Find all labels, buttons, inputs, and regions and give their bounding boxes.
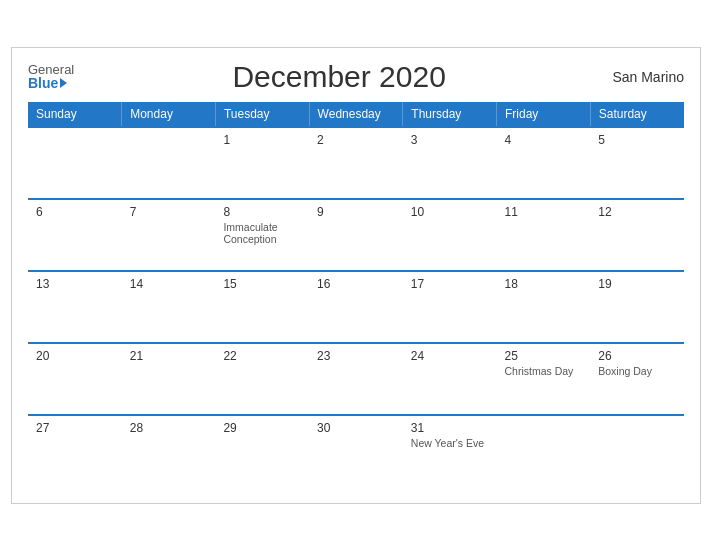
calendar-cell: [590, 415, 684, 487]
calendar-cell: 3: [403, 127, 497, 199]
country-label: San Marino: [604, 69, 684, 85]
calendar-title: December 2020: [74, 60, 604, 94]
calendar-cell: 29: [215, 415, 309, 487]
day-number: 15: [223, 277, 301, 291]
day-number: 20: [36, 349, 114, 363]
calendar-cell: 28: [122, 415, 216, 487]
event-label: Immaculate Conception: [223, 221, 301, 245]
calendar-cell: 9: [309, 199, 403, 271]
logo: General Blue: [28, 63, 74, 90]
event-label: Boxing Day: [598, 365, 676, 377]
day-number: 17: [411, 277, 489, 291]
calendar-cell: 6: [28, 199, 122, 271]
calendar: General Blue December 2020 San Marino Su…: [11, 47, 701, 504]
day-number: 14: [130, 277, 208, 291]
logo-triangle-icon: [60, 78, 67, 88]
calendar-cell: 26Boxing Day: [590, 343, 684, 415]
calendar-cell: 14: [122, 271, 216, 343]
day-number: 23: [317, 349, 395, 363]
day-number: 19: [598, 277, 676, 291]
calendar-cell: 4: [497, 127, 591, 199]
calendar-cell: [28, 127, 122, 199]
calendar-cell: 31New Year's Eve: [403, 415, 497, 487]
day-number: 25: [505, 349, 583, 363]
day-number: 7: [130, 205, 208, 219]
day-number: 18: [505, 277, 583, 291]
event-label: Christmas Day: [505, 365, 583, 377]
week-row: 678Immaculate Conception9101112: [28, 199, 684, 271]
calendar-cell: 10: [403, 199, 497, 271]
calendar-cell: [497, 415, 591, 487]
day-number: 11: [505, 205, 583, 219]
calendar-cell: 21: [122, 343, 216, 415]
week-row: 202122232425Christmas Day26Boxing Day: [28, 343, 684, 415]
week-row: 13141516171819: [28, 271, 684, 343]
day-of-week-thursday: Thursday: [403, 102, 497, 127]
calendar-cell: 18: [497, 271, 591, 343]
calendar-cell: 16: [309, 271, 403, 343]
day-number: 31: [411, 421, 489, 435]
calendar-cell: 20: [28, 343, 122, 415]
week-row: 2728293031New Year's Eve: [28, 415, 684, 487]
week-row: 12345: [28, 127, 684, 199]
calendar-cell: 5: [590, 127, 684, 199]
day-of-week-monday: Monday: [122, 102, 216, 127]
day-number: 30: [317, 421, 395, 435]
day-number: 16: [317, 277, 395, 291]
day-number: 12: [598, 205, 676, 219]
calendar-cell: 27: [28, 415, 122, 487]
calendar-cell: 11: [497, 199, 591, 271]
calendar-cell: [122, 127, 216, 199]
day-of-week-saturday: Saturday: [590, 102, 684, 127]
days-of-week-row: SundayMondayTuesdayWednesdayThursdayFrid…: [28, 102, 684, 127]
calendar-header: General Blue December 2020 San Marino: [28, 60, 684, 94]
day-number: 13: [36, 277, 114, 291]
day-number: 1: [223, 133, 301, 147]
calendar-cell: 19: [590, 271, 684, 343]
day-of-week-tuesday: Tuesday: [215, 102, 309, 127]
calendar-cell: 8Immaculate Conception: [215, 199, 309, 271]
calendar-cell: 7: [122, 199, 216, 271]
calendar-cell: 22: [215, 343, 309, 415]
day-of-week-wednesday: Wednesday: [309, 102, 403, 127]
day-number: 27: [36, 421, 114, 435]
day-number: 6: [36, 205, 114, 219]
day-number: 22: [223, 349, 301, 363]
calendar-cell: 24: [403, 343, 497, 415]
calendar-cell: 17: [403, 271, 497, 343]
calendar-table: SundayMondayTuesdayWednesdayThursdayFrid…: [28, 102, 684, 487]
calendar-header-row: SundayMondayTuesdayWednesdayThursdayFrid…: [28, 102, 684, 127]
logo-blue-text: Blue: [28, 76, 58, 90]
day-number: 28: [130, 421, 208, 435]
day-number: 4: [505, 133, 583, 147]
calendar-cell: 25Christmas Day: [497, 343, 591, 415]
calendar-cell: 1: [215, 127, 309, 199]
day-number: 21: [130, 349, 208, 363]
day-number: 2: [317, 133, 395, 147]
day-number: 9: [317, 205, 395, 219]
calendar-cell: 13: [28, 271, 122, 343]
day-number: 10: [411, 205, 489, 219]
day-of-week-friday: Friday: [497, 102, 591, 127]
calendar-cell: 30: [309, 415, 403, 487]
calendar-cell: 23: [309, 343, 403, 415]
day-number: 29: [223, 421, 301, 435]
day-number: 24: [411, 349, 489, 363]
day-number: 26: [598, 349, 676, 363]
day-number: 3: [411, 133, 489, 147]
day-number: 8: [223, 205, 301, 219]
calendar-body: 12345678Immaculate Conception91011121314…: [28, 127, 684, 487]
day-number: 5: [598, 133, 676, 147]
calendar-cell: 12: [590, 199, 684, 271]
event-label: New Year's Eve: [411, 437, 489, 449]
calendar-cell: 2: [309, 127, 403, 199]
calendar-cell: 15: [215, 271, 309, 343]
day-of-week-sunday: Sunday: [28, 102, 122, 127]
